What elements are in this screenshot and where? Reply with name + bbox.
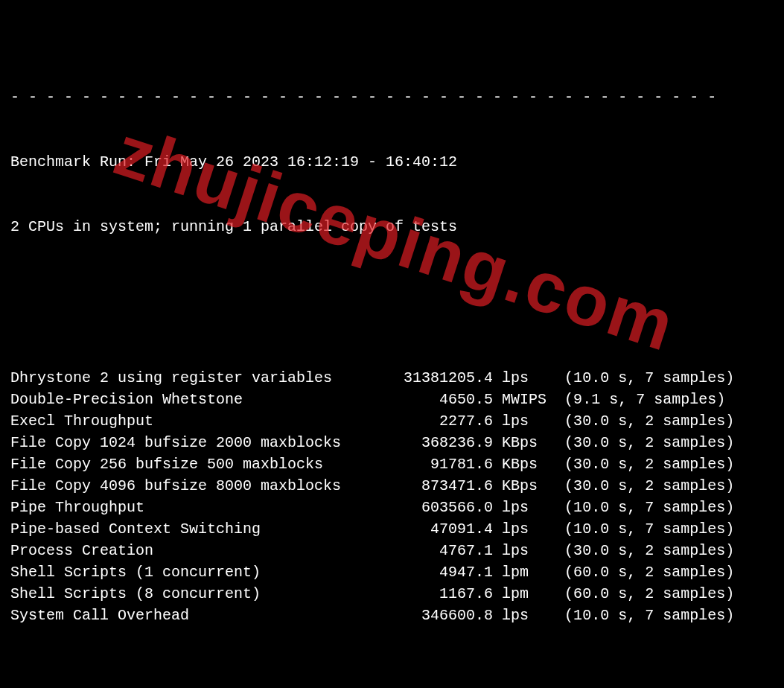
run-time: Fri May 26 2023 16:12:19 - 16:40:12 xyxy=(144,153,457,171)
test-result-row: File Copy 256 bufsize 500 maxblocks 9178… xyxy=(10,453,774,475)
system-info-line: 2 CPUs in system; running 1 parallel cop… xyxy=(10,216,774,238)
test-result-row: File Copy 1024 bufsize 2000 maxblocks 36… xyxy=(10,432,774,453)
test-result-row: Shell Scripts (8 concurrent) 1167.6 lpm … xyxy=(10,583,774,605)
test-result-row: Pipe Throughput 603566.0 lps (10.0 s, 7 … xyxy=(10,497,774,518)
watermark-text: zhujiceping.com xyxy=(103,99,689,378)
divider-top: - - - - - - - - - - - - - - - - - - - - … xyxy=(10,86,774,108)
test-result-row: File Copy 4096 bufsize 8000 maxblocks 87… xyxy=(10,475,774,497)
test-result-row: Pipe-based Context Switching 47091.4 lps… xyxy=(10,518,774,540)
test-result-row: Shell Scripts (1 concurrent) 4947.1 lpm … xyxy=(10,561,774,583)
run-label: Benchmark Run: xyxy=(10,153,136,171)
test-result-row: Dhrystone 2 using register variables 313… xyxy=(10,367,774,389)
test-result-row: System Call Overhead 346600.8 lps (10.0 … xyxy=(10,605,774,626)
test-result-row: Process Creation 4767.1 lps (30.0 s, 2 s… xyxy=(10,540,774,561)
test-result-row: Double-Precision Whetstone 4650.5 MWIPS … xyxy=(10,389,774,410)
test-result-row: Execl Throughput 2277.6 lps (30.0 s, 2 s… xyxy=(10,410,774,432)
tests-block: Dhrystone 2 using register variables 313… xyxy=(10,367,774,626)
benchmark-run-line: Benchmark Run: Fri May 26 2023 16:12:19 … xyxy=(10,151,774,173)
terminal-output: zhujiceping.com - - - - - - - - - - - - … xyxy=(0,0,784,688)
blank-line xyxy=(10,281,774,302)
